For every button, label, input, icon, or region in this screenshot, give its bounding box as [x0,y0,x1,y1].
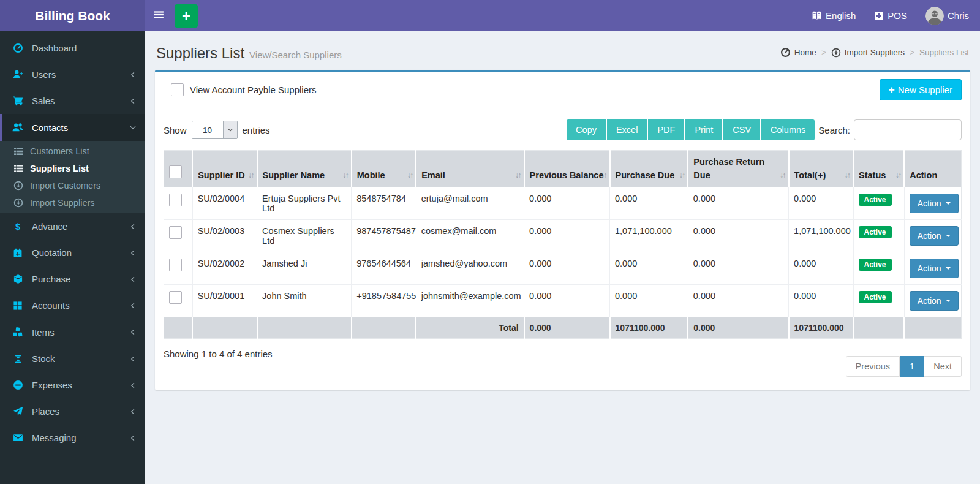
sidebar-item-messaging[interactable]: Messaging [0,425,145,451]
sidebar-item-purchase[interactable]: Purchase [0,266,145,292]
cell-action: Action [904,219,961,252]
sidebar-item-advance[interactable]: $Advance [0,213,145,240]
app-logo[interactable]: Billing Book [0,0,145,31]
sidebar-item-stock[interactable]: Stock [0,346,145,372]
column-header-purchase-return-due[interactable]: Purchase Return Due↓↑ [688,151,788,187]
pagination-next[interactable]: Next [924,356,962,377]
sidebar-subitem-label: Import Suppliers [30,198,95,208]
sidebar-item-places[interactable]: Places [0,398,145,425]
sidebar-item-accounts[interactable]: Accounts [0,292,145,319]
cell-purchase-return-due: 0.000 [688,187,788,220]
sidebar-item-sales[interactable]: Sales [0,88,145,114]
sidebar-item-users[interactable]: Users [0,61,145,88]
sort-icon: ↓↑ [895,170,901,181]
paper-plane-icon [11,406,24,417]
export-excel-button[interactable]: Excel [607,119,648,140]
row-checkbox[interactable] [169,226,182,239]
sidebar-item-label: Places [32,406,59,417]
action-button[interactable]: Action [910,291,959,311]
row-checkbox[interactable] [169,194,182,206]
table-row: SU/02/0003Cosmex Suppliers Ltd9874578754… [164,219,962,252]
sidebar-item-dashboard[interactable]: Dashboard [0,35,145,61]
export-copy-button[interactable]: Copy [567,119,607,140]
export-pdf-button[interactable]: PDF [648,119,685,140]
export-columns-button[interactable]: Columns [761,119,815,140]
chevron-left-icon [129,71,137,78]
page-size-select[interactable]: 10 [192,121,238,139]
breadcrumb-separator: > [821,48,826,57]
chevron-left-icon [129,276,137,283]
row-checkbox[interactable] [169,291,182,304]
sidebar-item-items[interactable]: Items [0,319,145,346]
column-header-status[interactable]: Status↓↑ [853,151,904,187]
sort-icon: ↓↑ [407,170,413,181]
column-header-label: Total(+) [794,170,826,180]
sidebar-toggle-button[interactable] [145,0,172,31]
cell-status: Active [853,252,904,284]
quick-add-button[interactable]: + [175,4,198,28]
export-print-button[interactable]: Print [685,119,723,140]
sidebar-subitem-suppliers-list[interactable]: Suppliers List [0,160,145,177]
user-menu[interactable]: Chris [925,7,969,25]
pos-button[interactable]: POS [874,10,907,21]
chevron-left-icon [129,328,137,336]
status-badge: Active [859,259,892,271]
sidebar-item-quotation[interactable]: Quotation [0,240,145,266]
sidebar-item-expenses[interactable]: Expenses [0,372,145,398]
chevron-left-icon [129,97,137,105]
column-header-total-plus[interactable]: Total(+)↓↑ [789,151,853,187]
cell-supplier-id: SU/02/0003 [192,219,257,252]
action-button[interactable]: Action [910,259,959,278]
sort-icon: ↓↑ [780,170,785,181]
total-cell-8: 1071100.000 [789,317,853,338]
boxes-icon [11,327,24,338]
cell-purchase-due: 0.000 [610,252,688,284]
avatar [925,7,944,25]
column-header-purchase-due[interactable]: Purchase Due↓↑ [610,151,688,187]
search-input[interactable] [854,119,962,140]
cell-select [164,284,193,317]
column-header-action: Action [904,151,961,187]
breadcrumb-suppliers-list: Suppliers List [919,48,969,57]
column-header-mobile[interactable]: Mobile↓↑ [352,151,416,187]
sidebar-item-label: Sales [32,96,55,106]
dashboard-icon [11,43,24,53]
row-checkbox[interactable] [169,259,182,271]
page-subtitle: View/Search Suppliers [249,50,342,60]
cell-action: Action [904,284,961,317]
total-cell-1 [192,317,257,338]
new-supplier-button[interactable]: + New Supplier [880,79,962,100]
action-button[interactable]: Action [910,226,959,246]
column-header-email[interactable]: Email↓↑ [416,151,524,187]
minus-circle-icon [11,380,24,390]
select-all-checkbox[interactable] [169,165,182,178]
breadcrumb-label: Home [794,48,816,57]
plus-square-icon [874,11,884,21]
breadcrumb-import-suppliers[interactable]: Import Suppliers [831,48,905,58]
action-button-label: Action [918,231,941,241]
column-header-supplier-id[interactable]: Supplier ID↓↑ [192,151,257,187]
calendar-plus-icon [11,248,24,258]
export-csv-button[interactable]: CSV [723,119,761,140]
sidebar-subitem-import-suppliers[interactable]: Import Suppliers [0,194,145,211]
sidebar-subitem-customers-list[interactable]: Customers List [0,143,145,160]
sidebar-item-contacts[interactable]: Contacts [0,114,145,141]
sidebar-subitem-import-customers[interactable]: Import Customers [0,177,145,194]
column-header-label: Action [910,170,937,180]
search-label: Search: [818,125,850,135]
action-button[interactable]: Action [910,194,959,213]
breadcrumb-home[interactable]: Home [780,47,816,58]
sidebar-item-label: Purchase [32,274,70,284]
pos-label: POS [888,10,907,21]
payable-filter-checkbox[interactable] [171,83,184,96]
top-navbar: Billing Book + English POS Chris [0,0,980,31]
column-header-previous-balance[interactable]: Previous Balance↓↑ [524,151,610,187]
pagination-previous[interactable]: Previous [846,356,900,377]
column-header-supplier-name[interactable]: Supplier Name↓↑ [257,151,352,187]
cell-email: cosmex@mail.com [416,219,524,252]
entries-label: entries [243,125,270,135]
select-all-header[interactable] [164,151,193,187]
pagination-page-1[interactable]: 1 [900,356,924,377]
language-menu[interactable]: English [812,10,856,21]
sidebar-subitem-label: Suppliers List [30,164,89,173]
